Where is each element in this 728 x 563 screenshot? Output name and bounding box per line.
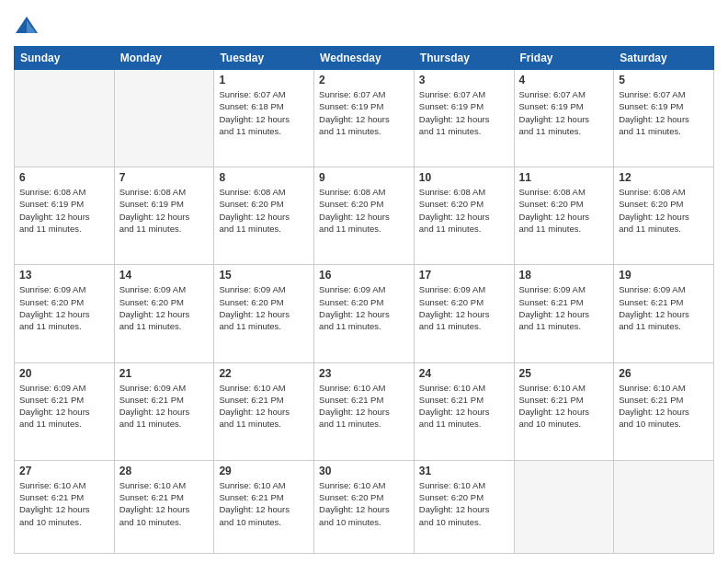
calendar-cell: 28Sunrise: 6:10 AM Sunset: 6:21 PM Dayli… (114, 460, 214, 553)
day-number: 22 (219, 367, 309, 380)
calendar-cell: 20Sunrise: 6:09 AM Sunset: 6:21 PM Dayli… (15, 362, 115, 460)
day-number: 9 (319, 171, 409, 184)
day-number: 11 (519, 171, 609, 184)
calendar-cell (614, 460, 714, 553)
calendar-cell: 3Sunrise: 6:07 AM Sunset: 6:19 PM Daylig… (414, 70, 514, 167)
day-number: 30 (319, 465, 409, 477)
calendar-cell: 12Sunrise: 6:08 AM Sunset: 6:20 PM Dayli… (614, 167, 714, 265)
calendar-cell: 23Sunrise: 6:10 AM Sunset: 6:21 PM Dayli… (314, 362, 415, 460)
weekday-header: Wednesday (314, 47, 415, 70)
day-info: Sunrise: 6:08 AM Sunset: 6:20 PM Dayligh… (219, 186, 309, 235)
calendar-cell: 1Sunrise: 6:07 AM Sunset: 6:18 PM Daylig… (214, 70, 314, 167)
day-info: Sunrise: 6:08 AM Sunset: 6:20 PM Dayligh… (519, 186, 609, 235)
day-number: 21 (119, 367, 210, 380)
day-number: 18 (519, 269, 609, 282)
calendar-cell: 7Sunrise: 6:08 AM Sunset: 6:19 PM Daylig… (114, 167, 214, 265)
day-number: 13 (19, 269, 109, 282)
day-number: 31 (419, 465, 509, 477)
day-info: Sunrise: 6:09 AM Sunset: 6:20 PM Dayligh… (219, 283, 309, 332)
weekday-header: Tuesday (214, 47, 314, 70)
day-info: Sunrise: 6:08 AM Sunset: 6:19 PM Dayligh… (119, 186, 210, 235)
weekday-header: Saturday (614, 47, 714, 70)
weekday-header: Sunday (15, 47, 115, 70)
day-info: Sunrise: 6:09 AM Sunset: 6:20 PM Dayligh… (419, 283, 509, 332)
day-number: 24 (419, 367, 509, 380)
calendar-cell: 5Sunrise: 6:07 AM Sunset: 6:19 PM Daylig… (614, 70, 714, 167)
calendar-cell (15, 70, 115, 167)
day-number: 23 (319, 367, 409, 380)
day-info: Sunrise: 6:09 AM Sunset: 6:21 PM Dayligh… (19, 382, 109, 431)
calendar-cell: 9Sunrise: 6:08 AM Sunset: 6:20 PM Daylig… (314, 167, 415, 265)
day-number: 10 (419, 171, 509, 184)
calendar-cell: 6Sunrise: 6:08 AM Sunset: 6:19 PM Daylig… (15, 167, 115, 265)
calendar-table: SundayMondayTuesdayWednesdayThursdayFrid… (14, 46, 714, 554)
calendar-cell (114, 70, 214, 167)
day-info: Sunrise: 6:10 AM Sunset: 6:21 PM Dayligh… (319, 382, 409, 431)
calendar-cell: 29Sunrise: 6:10 AM Sunset: 6:21 PM Dayli… (214, 460, 314, 553)
day-info: Sunrise: 6:10 AM Sunset: 6:21 PM Dayligh… (119, 479, 210, 528)
day-number: 3 (419, 74, 509, 86)
logo (14, 13, 43, 39)
day-info: Sunrise: 6:09 AM Sunset: 6:20 PM Dayligh… (19, 283, 109, 332)
day-number: 16 (319, 269, 409, 282)
day-info: Sunrise: 6:10 AM Sunset: 6:20 PM Dayligh… (419, 479, 509, 528)
weekday-header: Friday (514, 47, 614, 70)
day-info: Sunrise: 6:08 AM Sunset: 6:20 PM Dayligh… (419, 186, 509, 235)
calendar-cell: 18Sunrise: 6:09 AM Sunset: 6:21 PM Dayli… (514, 265, 614, 362)
day-info: Sunrise: 6:09 AM Sunset: 6:21 PM Dayligh… (119, 382, 210, 431)
day-number: 15 (219, 269, 309, 282)
calendar-cell: 2Sunrise: 6:07 AM Sunset: 6:19 PM Daylig… (314, 70, 415, 167)
calendar-cell: 16Sunrise: 6:09 AM Sunset: 6:20 PM Dayli… (314, 265, 415, 362)
day-info: Sunrise: 6:08 AM Sunset: 6:20 PM Dayligh… (619, 186, 709, 235)
weekday-header: Thursday (414, 47, 514, 70)
day-info: Sunrise: 6:10 AM Sunset: 6:21 PM Dayligh… (419, 382, 509, 431)
calendar-cell: 10Sunrise: 6:08 AM Sunset: 6:20 PM Dayli… (414, 167, 514, 265)
day-info: Sunrise: 6:09 AM Sunset: 6:21 PM Dayligh… (519, 283, 609, 332)
day-info: Sunrise: 6:10 AM Sunset: 6:21 PM Dayligh… (519, 382, 609, 431)
calendar-cell: 13Sunrise: 6:09 AM Sunset: 6:20 PM Dayli… (15, 265, 115, 362)
calendar-cell (514, 460, 614, 553)
day-info: Sunrise: 6:08 AM Sunset: 6:20 PM Dayligh… (319, 186, 409, 235)
calendar-cell: 8Sunrise: 6:08 AM Sunset: 6:20 PM Daylig… (214, 167, 314, 265)
day-info: Sunrise: 6:07 AM Sunset: 6:19 PM Dayligh… (619, 88, 709, 137)
calendar-cell: 15Sunrise: 6:09 AM Sunset: 6:20 PM Dayli… (214, 265, 314, 362)
day-number: 14 (119, 269, 210, 282)
day-number: 7 (119, 171, 210, 184)
day-info: Sunrise: 6:10 AM Sunset: 6:21 PM Dayligh… (219, 479, 309, 528)
calendar-cell: 27Sunrise: 6:10 AM Sunset: 6:21 PM Dayli… (15, 460, 115, 553)
day-number: 1 (219, 74, 309, 86)
day-number: 4 (519, 74, 609, 86)
calendar-page: SundayMondayTuesdayWednesdayThursdayFrid… (0, 0, 728, 563)
day-info: Sunrise: 6:10 AM Sunset: 6:20 PM Dayligh… (319, 479, 409, 528)
calendar-cell: 11Sunrise: 6:08 AM Sunset: 6:20 PM Dayli… (514, 167, 614, 265)
day-number: 20 (19, 367, 109, 380)
day-number: 25 (519, 367, 609, 380)
calendar-cell: 19Sunrise: 6:09 AM Sunset: 6:21 PM Dayli… (614, 265, 714, 362)
day-info: Sunrise: 6:07 AM Sunset: 6:19 PM Dayligh… (519, 88, 609, 137)
day-number: 26 (619, 367, 709, 380)
calendar-cell: 17Sunrise: 6:09 AM Sunset: 6:20 PM Dayli… (414, 265, 514, 362)
calendar-cell: 4Sunrise: 6:07 AM Sunset: 6:19 PM Daylig… (514, 70, 614, 167)
day-info: Sunrise: 6:10 AM Sunset: 6:21 PM Dayligh… (19, 479, 109, 528)
calendar-cell: 30Sunrise: 6:10 AM Sunset: 6:20 PM Dayli… (314, 460, 415, 553)
calendar-cell: 21Sunrise: 6:09 AM Sunset: 6:21 PM Dayli… (114, 362, 214, 460)
day-info: Sunrise: 6:09 AM Sunset: 6:21 PM Dayligh… (619, 283, 709, 332)
day-number: 2 (319, 74, 409, 86)
calendar-cell: 22Sunrise: 6:10 AM Sunset: 6:21 PM Dayli… (214, 362, 314, 460)
day-number: 28 (119, 465, 210, 477)
day-info: Sunrise: 6:10 AM Sunset: 6:21 PM Dayligh… (619, 382, 709, 431)
svg-marker-1 (27, 20, 36, 33)
day-info: Sunrise: 6:07 AM Sunset: 6:19 PM Dayligh… (319, 88, 409, 137)
header (14, 9, 714, 39)
day-number: 19 (619, 269, 709, 282)
calendar-cell: 31Sunrise: 6:10 AM Sunset: 6:20 PM Dayli… (414, 460, 514, 553)
calendar-cell: 14Sunrise: 6:09 AM Sunset: 6:20 PM Dayli… (114, 265, 214, 362)
calendar-cell: 25Sunrise: 6:10 AM Sunset: 6:21 PM Dayli… (514, 362, 614, 460)
day-number: 6 (19, 171, 109, 184)
weekday-header: Monday (114, 47, 214, 70)
day-number: 12 (619, 171, 709, 184)
day-number: 8 (219, 171, 309, 184)
day-info: Sunrise: 6:08 AM Sunset: 6:19 PM Dayligh… (19, 186, 109, 235)
day-info: Sunrise: 6:07 AM Sunset: 6:18 PM Dayligh… (219, 88, 309, 137)
day-number: 29 (219, 465, 309, 477)
